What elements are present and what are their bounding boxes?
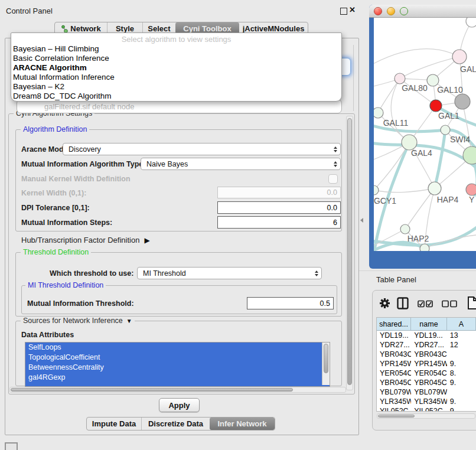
apply-button[interactable]: Apply [159, 398, 200, 412]
bottom-tab-infer-network[interactable]: Infer Network [210, 418, 275, 430]
data-attributes-list[interactable]: SelfLoopsTopologicalCoefficientBetweenne… [25, 342, 330, 387]
hide-columns-icon[interactable] [442, 300, 457, 308]
chevron-right-icon: ▶ [144, 236, 149, 244]
settings-vertical-scrollbar[interactable] [346, 116, 353, 390]
network-graph: GALGAL80GAL10GAL1GAL11SWI4GAL4GCY1HAP4YH… [374, 18, 476, 251]
minimized-panel-icon[interactable] [5, 442, 18, 450]
algorithm-definition-title: Algorithm Definition [21, 125, 89, 133]
table-row[interactable]: YDL19...YDL19...13 [377, 331, 476, 340]
attribute-item-selfloops[interactable]: SelfLoops [25, 343, 330, 353]
float-panel-icon[interactable] [340, 8, 347, 15]
algorithm-option-aracne-algorithm[interactable]: ARACNE Algorithm [11, 63, 341, 73]
settings-vertical-scrollbar-thumb[interactable] [347, 118, 352, 385]
close-window-icon[interactable] [374, 7, 382, 15]
mi-type-combo[interactable]: Naive Bayes [141, 158, 341, 170]
network-node-gal80[interactable] [395, 73, 405, 84]
table-row[interactable]: YER054CYER054C8. [377, 369, 476, 378]
table-settings-gear-icon[interactable] [379, 298, 390, 309]
algorithm-popup-hint: Select algorithm to view settings [11, 34, 341, 44]
data-attributes-label: Data Attributes [21, 331, 74, 339]
bottom-tab-discretize-data[interactable]: Discretize Data [141, 418, 210, 430]
network-canvas[interactable]: GALGAL80GAL10GAL1GAL11SWI4GAL4GCY1HAP4YH… [374, 18, 476, 251]
algorithm-option-bayesian-hill-climbing[interactable]: Bayesian – Hill Climbing [11, 44, 341, 54]
table-horizontal-scrollbar[interactable] [377, 413, 475, 419]
column-header-name[interactable]: name [411, 318, 447, 330]
zoom-window-icon[interactable] [400, 7, 408, 15]
chevron-down-icon[interactable]: ▼ [126, 318, 132, 324]
table-horizontal-scrollbar-thumb[interactable] [378, 415, 415, 418]
table-row[interactable]: YPR145WYPR145W9. [377, 359, 476, 369]
aracne-mode-combo[interactable]: Discovery [63, 143, 341, 155]
export-table-icon[interactable] [467, 296, 476, 310]
manual-kernel-label: Manual Kernel Width Definition [21, 175, 131, 183]
table-cell: 12 [447, 340, 476, 350]
network-node[interactable] [455, 94, 470, 109]
table-cell: YBR043C [411, 350, 447, 359]
table-cell: YER054C [377, 369, 411, 378]
attribute-item-topologicalcoefficient[interactable]: TopologicalCoefficient [25, 353, 330, 363]
table-panel-separator [359, 270, 476, 271]
kernel-width-field[interactable]: 0.0 [217, 187, 341, 198]
attribute-item-betweennesscentrality[interactable]: BetweennessCentrality [25, 363, 330, 373]
dpi-tolerance-field[interactable]: 0.0 [217, 201, 341, 214]
mi-steps-field[interactable]: 6 [217, 216, 341, 229]
network-node-hap4[interactable] [428, 182, 441, 195]
node-attribute-table[interactable]: shared...nameA YDL19...YDL19...13YDR27..… [376, 317, 476, 412]
network-node-gal10[interactable] [427, 74, 439, 86]
attribute-item-gal4rgexp[interactable]: gal4RGexp [25, 373, 330, 383]
table-cell: YLR345W [411, 397, 447, 406]
table-row[interactable]: YBL079WYBL079W [377, 387, 476, 397]
mi-threshold-field[interactable]: 0.5 [247, 297, 334, 309]
network-window-titlebar[interactable] [369, 5, 476, 18]
kernel-width-label: Kernel Width (0,1): [21, 189, 86, 197]
network-node-gal1[interactable] [430, 100, 442, 112]
table-row[interactable]: YBR043CYBR043C [377, 350, 476, 359]
algorithm-option-bayesian-k2[interactable]: Bayesian – K2 [11, 82, 341, 92]
combo-spinner-icon [330, 158, 340, 169]
table-row[interactable]: YIL052CYIL052C9. [377, 406, 476, 412]
split-pane-collapse-icon[interactable] [360, 218, 363, 223]
which-threshold-label: Which threshold to use: [50, 269, 133, 278]
manual-kernel-checkbox[interactable] [328, 174, 338, 184]
table-row[interactable]: YBR045CYBR045C9. [377, 378, 476, 387]
network-view-window[interactable]: GALGAL80GAL10GAL1GAL11SWI4GAL4GCY1HAP4YH… [369, 5, 476, 269]
bottom-tab-impute-data[interactable]: Impute Data [87, 418, 141, 430]
algorithm-option-dream8-dc-tdc-algorithm[interactable]: Dream8 DC_TDC Algorithm [11, 92, 341, 101]
split-columns-icon[interactable] [397, 297, 409, 309]
network-node[interactable] [420, 244, 429, 251]
table-cell: YBR045C [411, 378, 447, 387]
column-header-a[interactable]: A [447, 318, 476, 330]
which-threshold-combo[interactable]: MI Threshold [137, 267, 322, 279]
mi-type-label: Mutual Information Algorithm Type: [21, 160, 145, 168]
attributes-list-scrollbar-thumb[interactable] [324, 344, 328, 373]
network-node-gcy1[interactable] [374, 185, 379, 195]
table-row[interactable]: YLR345WYLR345W9. [377, 397, 476, 406]
table-cell: YDR27... [377, 340, 411, 350]
node-label-gal: GAL [460, 64, 476, 74]
attributes-list-scrollbar[interactable] [322, 343, 330, 385]
table-cell: 13 [447, 331, 476, 340]
network-node-hap2[interactable] [400, 224, 410, 234]
algorithm-option-basic-correlation-inference[interactable]: Basic Correlation Inference [11, 54, 341, 63]
network-node-y[interactable] [466, 184, 476, 195]
network-node-gal11[interactable] [374, 107, 383, 118]
network-node-swi4[interactable] [441, 125, 450, 135]
algorithm-option-mutual-information-inference[interactable]: Mutual Information Inference [11, 73, 341, 82]
table-row[interactable]: YDR27...YDR27...12 [377, 340, 476, 350]
node-label-gal80: GAL80 [402, 83, 428, 93]
node-label-gal10: GAL10 [437, 85, 463, 94]
hub-definition-disclosure[interactable]: Hub/Transcription Factor Definition ▶ [21, 236, 150, 244]
table-cell: YER054C [411, 369, 447, 378]
network-node[interactable] [466, 18, 476, 27]
settings-horizontal-scrollbar-thumb[interactable] [11, 388, 293, 392]
node-label-gal1: GAL1 [438, 111, 459, 120]
hidden-groupbox-edge [353, 45, 354, 111]
close-panel-icon[interactable]: ✕ [349, 5, 356, 14]
settings-horizontal-scrollbar[interactable] [9, 387, 346, 393]
minimize-window-icon[interactable] [387, 7, 395, 15]
table-cell: YBR043C [377, 350, 411, 359]
column-header-shared[interactable]: shared... [377, 318, 411, 330]
show-columns-icon[interactable] [418, 300, 433, 308]
network-node-gal[interactable] [452, 50, 467, 64]
combo-spinner-icon [311, 268, 321, 279]
